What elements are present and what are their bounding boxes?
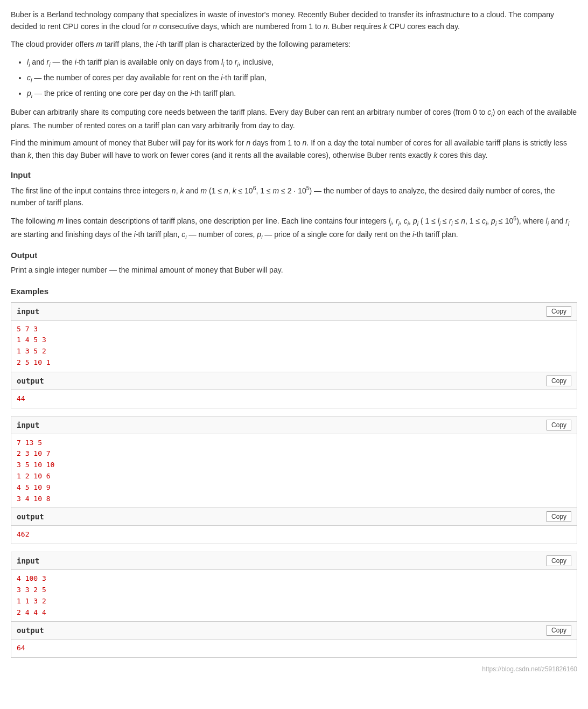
example-output-header-1: outputCopy xyxy=(11,372,577,390)
example-input-header-3: inputCopy xyxy=(11,552,577,570)
example-input-block-3: inputCopy4 100 3 3 3 2 5 1 1 3 2 2 4 4 4 xyxy=(11,552,577,622)
example-input-content-3: 4 100 3 3 3 2 5 1 1 3 2 2 4 4 4 xyxy=(11,570,577,621)
example-pair-2: inputCopy7 13 5 2 3 10 7 3 5 10 10 1 2 1… xyxy=(11,416,577,545)
watermark: https://blog.csdn.net/z591826160 xyxy=(11,665,577,673)
example-output-block-3: outputCopy64 xyxy=(11,622,577,658)
intro-para2: The cloud provider offers m tariff plans… xyxy=(11,38,577,50)
example-output-block-2: outputCopy462 xyxy=(11,508,577,544)
example-output-label-1: output xyxy=(17,377,44,385)
example-input-copy-btn-3[interactable]: Copy xyxy=(547,555,571,566)
bullet-item-3: pi — the price of renting one core per d… xyxy=(27,87,577,101)
example-input-block-2: inputCopy7 13 5 2 3 10 7 3 5 10 10 1 2 1… xyxy=(11,416,577,509)
example-output-label-3: output xyxy=(17,626,44,635)
example-output-copy-btn-1[interactable]: Copy xyxy=(547,376,571,386)
output-title: Output xyxy=(11,249,577,262)
bullet-item-1: li and ri — the i-th tariff plan is avai… xyxy=(27,55,577,70)
example-input-label-1: input xyxy=(17,307,39,316)
example-pair-3: inputCopy4 100 3 3 3 2 5 1 1 3 2 2 4 4 4… xyxy=(11,552,577,658)
bullet-item-2: ci — the number of cores per day availab… xyxy=(27,71,577,86)
example-output-copy-btn-2[interactable]: Copy xyxy=(547,511,571,522)
example-input-label-3: input xyxy=(17,557,39,565)
example-input-content-2: 7 13 5 2 3 10 7 3 5 10 10 1 2 10 6 4 5 1… xyxy=(11,434,577,508)
output-para1: Print a single integer number — the mini… xyxy=(11,264,577,276)
examples-title: Examples xyxy=(11,285,577,298)
example-output-content-2: 462 xyxy=(11,526,577,544)
bullet-list: li and ri — the i-th tariff plan is avai… xyxy=(27,55,577,101)
example-input-header-2: inputCopy xyxy=(11,416,577,434)
input-title: Input xyxy=(11,169,577,182)
example-output-content-1: 44 xyxy=(11,390,577,408)
example-output-label-2: output xyxy=(17,512,44,521)
example-input-copy-btn-2[interactable]: Copy xyxy=(547,420,571,430)
input-para1: The first line of the input contains thr… xyxy=(11,184,577,208)
example-input-copy-btn-1[interactable]: Copy xyxy=(547,306,571,317)
example-input-header-1: inputCopy xyxy=(11,303,577,321)
intro-para3: Buber can arbitrarily share its computin… xyxy=(11,106,577,131)
examples-container: inputCopy5 7 3 1 4 5 3 1 3 5 2 2 5 10 1o… xyxy=(11,302,577,658)
example-output-header-3: outputCopy xyxy=(11,622,577,640)
output-section: Output Print a single integer number — t… xyxy=(11,249,577,276)
input-para2: The following m lines contain descriptio… xyxy=(11,214,577,241)
example-output-content-3: 64 xyxy=(11,640,577,657)
example-input-label-2: input xyxy=(17,421,39,429)
example-output-header-2: outputCopy xyxy=(11,508,577,526)
example-output-copy-btn-3[interactable]: Copy xyxy=(547,625,571,636)
intro-para1: Buber is a Berland technology company th… xyxy=(11,9,577,33)
example-input-block-1: inputCopy5 7 3 1 4 5 3 1 3 5 2 2 5 10 1 xyxy=(11,302,577,372)
intro-para4: Find the minimum amount of money that Bu… xyxy=(11,137,577,161)
input-section: Input The first line of the input contai… xyxy=(11,169,577,241)
example-pair-1: inputCopy5 7 3 1 4 5 3 1 3 5 2 2 5 10 1o… xyxy=(11,302,577,408)
example-output-block-1: outputCopy44 xyxy=(11,372,577,408)
example-input-content-1: 5 7 3 1 4 5 3 1 3 5 2 2 5 10 1 xyxy=(11,321,577,372)
